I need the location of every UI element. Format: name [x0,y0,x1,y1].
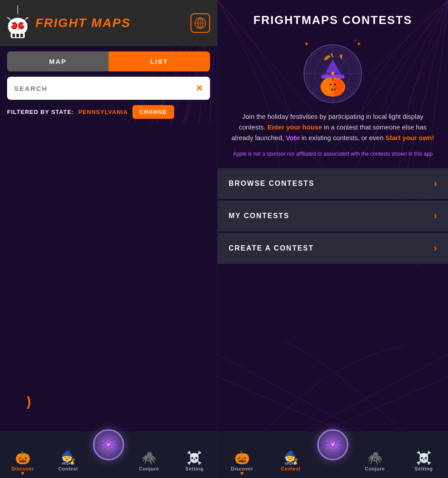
right-discover-dot [241,472,243,474]
svg-point-65 [333,78,343,96]
orange-curl-decoration: ) [27,394,31,409]
start-own-link[interactable]: Start your own! [386,134,434,141]
create-contest-label: CREATE A CONTEST [229,244,314,252]
right-nav-conjure[interactable]: 🕷️ Conjure [351,451,399,474]
svg-line-75 [326,447,328,449]
logo-spider-hang [4,5,31,41]
skull-logo [4,14,31,41]
left-nav-setting[interactable]: ☠️ Setting [172,451,218,474]
my-contests-label: MY CONTESTS [229,212,289,220]
left-nav-contest[interactable]: 🧙 Contest [46,451,91,474]
create-contest-item[interactable]: CREATE A CONTEST › [218,233,448,264]
svg-rect-62 [331,72,334,75]
web-icon-button[interactable] [191,13,210,33]
discover-dot [21,472,24,474]
spark-right: ✧ [354,38,357,43]
svg-line-32 [101,447,104,449]
vote-link[interactable]: Vote [286,134,300,141]
left-nav-conjure[interactable]: 🕷️ Conjure [126,451,172,474]
list-tab[interactable]: LIST [109,51,210,71]
flame-left: ✦ [304,40,309,47]
svg-line-78 [337,447,340,449]
right-nav-center[interactable] [315,440,351,474]
svg-line-73 [326,440,328,442]
enter-your-house-link[interactable]: Enter your house [267,123,322,131]
filter-label: FILTERED BY STATE: [7,109,74,115]
left-nav-discover[interactable]: 🎃 Discover [0,451,46,474]
right-contest-icon: 🧙 [283,451,299,465]
change-state-button[interactable]: CHANGE [132,105,174,119]
svg-line-33 [113,440,116,442]
setting-icon: ☠️ [187,451,202,465]
left-bottom-nav: 🎃 Discover 🧙 Contest [0,431,217,478]
my-contests-chevron: › [434,210,437,222]
browse-contests-chevron: › [434,178,437,189]
svg-rect-70 [333,89,335,90]
right-nav-setting[interactable]: ☠️ Setting [399,451,448,474]
svg-rect-66 [332,77,334,81]
contests-title: FRIGHTMAPS CONTESTS [226,13,439,27]
right-discover-label: Discover [231,466,253,471]
right-setting-icon: ☠️ [416,451,432,465]
left-panel: FRIGHT MAPS MAP LIST ✕ FILTERED BY STATE… [0,0,217,478]
svg-rect-18 [20,34,23,37]
svg-rect-16 [12,34,15,37]
right-nav-contest[interactable]: 🧙 Contest [266,451,315,474]
svg-point-23 [16,28,19,31]
filter-row: FILTERED BY STATE: PENNSYLVANIA CHANGE [7,105,210,119]
search-input[interactable] [14,85,195,92]
right-spacer [218,265,448,431]
search-bar: ✕ [7,77,210,100]
svg-line-35 [113,447,116,449]
map-area: ) [0,124,217,431]
desc-part-5: in existing contests, or even [300,134,385,141]
discover-icon: 🎃 [15,451,31,465]
left-header: FRIGHT MAPS [0,0,217,46]
right-panel: FRIGHTMAPS CONTESTS [217,0,448,478]
contest-label: Contest [58,466,78,471]
discover-label: Discover [12,466,34,471]
web-settings-icon [194,17,206,29]
svg-line-30 [101,440,104,442]
pumpkin-illustration: ✦ ✦ ✧ [302,43,364,105]
filter-state: PENNSYLVANIA [78,109,128,115]
spider-thread [17,5,18,14]
setting-label: Setting [185,466,203,471]
app-title: FRIGHT MAPS [35,16,131,30]
right-bottom-nav: 🎃 Discover 🧙 Contest [218,431,448,478]
conjure-label: Conjure [139,466,159,471]
right-nav-discover[interactable]: 🎃 Discover [218,451,266,474]
spider-center-icon [101,437,117,453]
left-nav-center[interactable] [91,440,126,474]
browse-contests-label: BROWSE CONTESTS [229,180,315,188]
browse-contests-item[interactable]: BROWSE CONTESTS › [218,168,448,199]
map-tab[interactable]: MAP [7,51,109,71]
svg-rect-17 [16,34,19,37]
right-spider-center-icon [325,437,341,453]
center-nav-button[interactable] [93,429,124,460]
my-contests-item[interactable]: MY CONTESTS › [218,200,448,231]
right-center-nav-button[interactable] [317,429,348,460]
disclaimer-text: Apple is not a sponsor nor affiliated or… [229,150,437,158]
conjure-icon: 🕷️ [141,451,157,465]
contest-icon: 🧙 [60,451,76,465]
right-setting-label: Setting [415,466,433,471]
contest-menu: BROWSE CONTESTS › MY CONTESTS › CREATE A… [218,167,448,265]
svg-line-76 [337,440,340,442]
svg-rect-69 [330,89,331,90]
right-conjure-icon: 🕷️ [367,451,383,465]
right-header: FRIGHTMAPS CONTESTS [218,0,448,36]
description-text: Join the holiday festivities by particip… [218,111,448,143]
create-contest-chevron: › [434,243,437,254]
search-clear-icon[interactable]: ✕ [195,83,203,94]
right-discover-icon: 🎃 [234,451,250,465]
svg-point-64 [322,78,333,96]
right-conjure-label: Conjure [365,466,385,471]
tab-row: MAP LIST [7,51,210,71]
pumpkin-svg [302,43,364,105]
right-contest-label: Contest [281,466,300,471]
